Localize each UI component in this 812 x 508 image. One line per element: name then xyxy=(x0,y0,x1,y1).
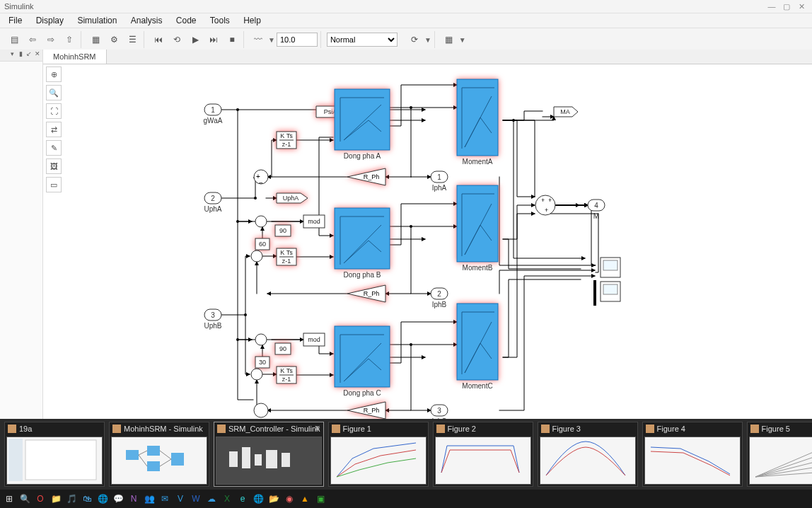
menu-tools[interactable]: Tools xyxy=(204,13,236,28)
app-more-button[interactable]: ▦ xyxy=(441,31,458,48)
minimize-icon[interactable]: — xyxy=(765,0,778,13)
back-button[interactable]: ⇦ xyxy=(24,31,41,48)
canvas-area[interactable]: MohinhSRM ⊕ 🔍 ⛶ ⇄ ✎ 🖼 ▭ xyxy=(43,50,812,52)
restart-button[interactable]: ⟲ xyxy=(168,31,185,48)
workspace: ▾ ▮ ↙ ✕ MohinhSRM ⊕ 🔍 ⛶ ⇄ ✎ 🖼 ▭ xyxy=(0,50,812,52)
step-back-button[interactable]: ⏮ xyxy=(150,31,167,48)
maximize-icon[interactable]: ▢ xyxy=(780,0,793,13)
window-controls: — ▢ ✕ xyxy=(765,0,808,13)
model-browser-panel: ▾ ▮ ↙ ✕ xyxy=(0,50,43,52)
panel-min-icon[interactable]: ↙ xyxy=(25,50,33,52)
canvas-tabs: MohinhSRM xyxy=(43,50,812,52)
stop-time-input[interactable] xyxy=(277,33,318,47)
run-button[interactable]: ▶ xyxy=(187,31,204,48)
build-button[interactable]: ⟳ xyxy=(406,31,423,48)
library-button[interactable]: ▦ xyxy=(87,31,104,48)
panel-split-icon[interactable]: ▮ xyxy=(17,50,24,52)
menu-simulation[interactable]: Simulation xyxy=(71,13,122,28)
model-config-button[interactable]: ⚙ xyxy=(105,31,122,48)
panel-pin-icon[interactable]: ▾ xyxy=(8,50,16,52)
forward-button[interactable]: ⇨ xyxy=(42,31,59,48)
menu-code[interactable]: Code xyxy=(170,13,202,28)
menu-help[interactable]: Help xyxy=(238,13,267,28)
canvas-tab-model[interactable]: MohinhSRM xyxy=(43,50,107,52)
menu-bar: File Display Simulation Analysis Code To… xyxy=(0,13,812,28)
scope-button[interactable]: 〰 xyxy=(250,31,267,48)
model-explorer-button[interactable]: ☰ xyxy=(124,31,141,48)
open-button[interactable]: ▤ xyxy=(6,31,23,48)
menu-display[interactable]: Display xyxy=(30,13,69,28)
title-bar: Simulink — ▢ ✕ xyxy=(0,0,812,13)
step-forward-button[interactable]: ⏭ xyxy=(205,31,222,48)
close-icon[interactable]: ✕ xyxy=(795,0,808,13)
sim-mode-select[interactable]: Normal xyxy=(327,33,398,47)
up-button[interactable]: ⇧ xyxy=(61,31,78,48)
stop-button[interactable]: ■ xyxy=(224,31,240,48)
app-title: Simulink xyxy=(4,0,34,13)
menu-file[interactable]: File xyxy=(3,13,28,28)
panel-close-icon[interactable]: ✕ xyxy=(34,50,41,52)
menu-analysis[interactable]: Analysis xyxy=(125,13,168,28)
toolbar: ▤ ⇦ ⇨ ⇧ ▦ ⚙ ☰ ⏮ ⟲ ▶ ⏭ ■ 〰 ▼ Normal ⟳ ▼ ▦… xyxy=(0,28,812,52)
